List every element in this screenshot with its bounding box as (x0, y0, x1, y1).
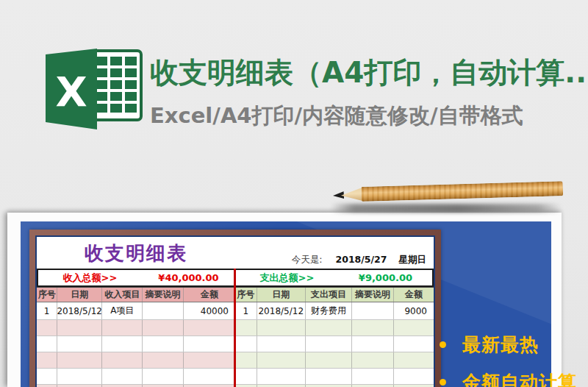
table-cell[interactable]: 1 (37, 302, 57, 319)
table-cell[interactable]: 40000 (184, 302, 235, 319)
table-cell[interactable] (143, 369, 183, 384)
table-cell[interactable] (102, 320, 143, 335)
table-cell[interactable]: 2018/5/12 (57, 302, 102, 319)
column-header-cell[interactable]: 序号 (235, 288, 257, 302)
table-cell[interactable] (352, 320, 394, 335)
table-cell[interactable]: 1 (235, 302, 257, 319)
table-cell[interactable] (306, 352, 352, 368)
table-cell[interactable] (257, 320, 306, 335)
column-header-cell[interactable]: 支出项目 (306, 288, 352, 302)
table-cell[interactable] (352, 369, 394, 384)
table-cell[interactable] (235, 336, 257, 352)
promo-item-label: 最新最热 (462, 333, 539, 357)
table-cell[interactable] (37, 320, 57, 335)
column-header-cell[interactable]: 收入项目 (102, 288, 143, 302)
table-cell[interactable]: A项目 (102, 302, 143, 319)
table-cell[interactable] (306, 336, 352, 352)
table-cell[interactable] (235, 320, 257, 335)
sheet-title: 收支明细表 (37, 241, 235, 266)
column-header-cell[interactable]: 日期 (57, 288, 102, 302)
table-cell[interactable] (235, 352, 257, 368)
table-cell[interactable] (352, 352, 394, 368)
table-cell[interactable] (184, 352, 235, 368)
today-date[interactable]: 2018/5/27 (335, 254, 387, 265)
table-cell[interactable] (184, 369, 235, 384)
income-total-value[interactable]: ¥40,000.00 (142, 270, 235, 285)
column-header-cell[interactable]: 摘要说明 (352, 288, 394, 302)
today-weekday[interactable]: 星期日 (399, 254, 427, 265)
table-cell[interactable] (257, 369, 306, 384)
table-cell[interactable] (352, 336, 394, 352)
table-row: 12018/5/12财务费用9000 (235, 302, 434, 320)
promo-page: X 收支明细表（A4打印，自动计算... Excel/A4打印/内容随意修改/自… (0, 0, 588, 387)
banner-subtitle: Excel/A4打印/内容随意修改/自带格式 (150, 102, 584, 131)
table-cell[interactable] (102, 369, 143, 384)
table-row: 序号日期收入项目摘要说明金额 (37, 287, 235, 302)
spreadsheet-card: 收支明细表 今天是:2018/5/27星期日 收入总额>> ¥40,000.00… (35, 235, 435, 387)
table-cell[interactable] (57, 352, 102, 368)
table-cell[interactable] (57, 369, 102, 384)
promo-item: 最新最热 (440, 335, 577, 355)
column-header-cell[interactable]: 日期 (257, 288, 306, 302)
table-cell[interactable] (37, 352, 57, 368)
table-cell[interactable] (143, 336, 183, 352)
column-header-cell[interactable]: 金额 (184, 288, 235, 302)
sheet-frame: 收支明细表 今天是:2018/5/27星期日 收入总额>> ¥40,000.00… (29, 230, 441, 387)
table-cell[interactable] (102, 336, 143, 352)
table-cell[interactable] (143, 320, 183, 335)
table-row (37, 369, 235, 385)
column-header-cell[interactable]: 金额 (394, 288, 434, 302)
promo-item: 金额自动计算 (440, 372, 577, 387)
expense-total-label[interactable]: 支出总额>> (235, 270, 339, 285)
column-header-cell[interactable]: 序号 (37, 288, 57, 302)
table-row (235, 336, 434, 352)
column-header-cell[interactable]: 摘要说明 (143, 288, 183, 302)
table-cell[interactable] (235, 369, 257, 384)
table-cell[interactable] (143, 352, 183, 368)
table-cell[interactable] (352, 302, 394, 319)
excel-logo: X (46, 47, 144, 129)
expense-total-value[interactable]: ¥9,000.00 (339, 270, 432, 285)
table-row: 12018/5/12A项目40000 (37, 302, 235, 320)
table-cell[interactable] (394, 352, 434, 368)
table-cell[interactable]: 9000 (394, 302, 434, 319)
table-cell[interactable] (102, 352, 143, 368)
table-cell[interactable]: 2018/5/12 (257, 302, 306, 319)
table-row (235, 352, 434, 369)
table-row (37, 352, 235, 369)
table-row (37, 336, 235, 352)
table-cell[interactable] (394, 336, 434, 352)
table-row (235, 369, 434, 385)
table-cell[interactable] (57, 320, 102, 335)
promo-item-label: 金额自动计算 (462, 370, 577, 387)
logo-letter: X (55, 68, 87, 116)
table-row (37, 320, 235, 336)
table-cell[interactable] (57, 336, 102, 352)
center-red-divider (234, 269, 236, 387)
table-cell[interactable]: 财务费用 (306, 302, 352, 319)
table-cell[interactable] (257, 352, 306, 368)
today-line: 今天是:2018/5/27星期日 (292, 254, 426, 266)
today-label: 今天是: (292, 254, 323, 265)
table-cell[interactable] (184, 320, 235, 335)
table-cell[interactable] (257, 336, 306, 352)
income-table: 序号日期收入项目摘要说明金额12018/5/12A项目40000 (37, 287, 235, 387)
table-row (235, 320, 434, 336)
banner-title: 收支明细表（A4打印，自动计算... (150, 53, 584, 93)
pencil-body (362, 181, 563, 202)
table-cell[interactable] (394, 369, 434, 384)
table-row: 序号日期支出项目摘要说明金额 (235, 287, 434, 302)
promo-list: 最新最热金额自动计算 (440, 335, 577, 387)
income-total-label[interactable]: 收入总额>> (38, 270, 142, 285)
expense-table: 序号日期支出项目摘要说明金额12018/5/12财务费用9000 (235, 287, 434, 387)
bullet-dot-icon (440, 379, 446, 386)
table-cell[interactable] (37, 369, 57, 384)
table-cell[interactable] (306, 369, 352, 384)
table-cell[interactable] (143, 302, 183, 319)
table-cell[interactable] (184, 336, 235, 352)
table-cell[interactable] (37, 336, 57, 352)
table-cell[interactable] (394, 320, 434, 335)
bullet-dot-icon (440, 341, 446, 348)
table-cell[interactable] (306, 320, 352, 335)
